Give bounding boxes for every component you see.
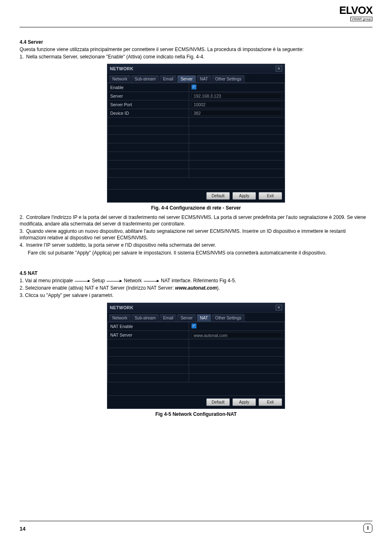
tab-other[interactable]: Other Settings: [212, 75, 245, 83]
row-nat-server: NAT Server www.autonat.com: [108, 331, 285, 339]
server-step-1: 1.Nella schermata Server, selezionare "E…: [20, 54, 372, 60]
tabs-bar: Network Sub-stream Email Server NAT Othe…: [107, 74, 285, 83]
server-step-4a: 4.Inserire l'IP server suddetto, la port…: [20, 242, 372, 248]
page-number: 14: [20, 526, 25, 532]
row-nat-enable: NAT Enable: [108, 322, 285, 331]
arrow-icon: [107, 280, 122, 282]
tab-email[interactable]: Email: [160, 314, 176, 321]
nat-enable-checkbox[interactable]: [192, 324, 196, 328]
tab-network[interactable]: Network: [109, 75, 131, 83]
enable-checkbox[interactable]: [192, 85, 196, 89]
nat-line-1: 1. Vai al menu principale Setup Network …: [20, 277, 372, 284]
server-field[interactable]: 192.168.3.123: [192, 93, 282, 99]
close-icon[interactable]: ✕: [276, 66, 282, 71]
nat-server-field[interactable]: www.autonat.com: [192, 332, 282, 338]
logo-text: ELVOX: [339, 5, 372, 16]
server-step-3: 3.Quando viene aggiunto un nuovo disposi…: [20, 228, 372, 241]
server-heading: 4.4 Server: [20, 39, 372, 45]
arrow-icon: [75, 280, 90, 282]
window-title: NETWORK: [110, 305, 134, 310]
exit-button[interactable]: Exit: [258, 398, 282, 406]
row-server: Server 192.168.3.123: [108, 91, 285, 100]
nat-settings-table: NAT Enable NAT Server www.autonat.com: [107, 322, 285, 382]
server-step-2: 2.Controllare l'indirizzo IP e la porta …: [20, 214, 372, 227]
network-nat-window: NETWORK ✕ Network Sub-stream Email Serve…: [107, 303, 285, 409]
server-intro: Questa funzione viene utilizzata princip…: [20, 46, 372, 53]
apply-button[interactable]: Apply: [232, 192, 256, 200]
footer-rule: [20, 521, 372, 521]
tab-server[interactable]: Server: [177, 75, 196, 83]
server-port-field[interactable]: 10002: [192, 101, 282, 107]
nat-heading: 4.5 NAT: [20, 270, 372, 277]
row-server-port: Server Port 10002: [108, 100, 285, 109]
apply-button[interactable]: Apply: [232, 398, 256, 406]
server-settings-table: Enable Server 192.168.3.123 Server Port …: [107, 83, 285, 178]
default-button[interactable]: Default: [206, 398, 230, 406]
exit-button[interactable]: Exit: [258, 192, 282, 200]
row-device-id: Device ID 382: [108, 109, 285, 117]
header-rule: [20, 27, 372, 27]
nat-line-3: 3. Clicca su "Apply" per salvare i param…: [20, 292, 372, 299]
page-lang-badge: I: [363, 524, 372, 533]
tab-other[interactable]: Other Settings: [212, 314, 245, 321]
network-server-window: NETWORK ✕ Network Sub-stream Email Serve…: [107, 64, 285, 203]
nat-line-2: 2. Selezionare enable (attiva) NAT e NAT…: [20, 285, 372, 291]
server-caption: Fig. 4-4 Configurazione di rete - Server: [20, 205, 372, 211]
tab-network[interactable]: Network: [109, 314, 131, 321]
tab-substream[interactable]: Sub-stream: [131, 314, 159, 321]
default-button[interactable]: Default: [206, 192, 230, 200]
arrow-icon: [144, 280, 159, 282]
tab-nat[interactable]: NAT: [197, 314, 211, 321]
server-step-4b: Fare clic sul pulsante "Apply" (Applica)…: [20, 250, 372, 256]
logo-subtext: VIMAR group: [350, 17, 372, 21]
brand-logo: ELVOX VIMAR group: [339, 5, 372, 21]
window-title: NETWORK: [110, 66, 134, 71]
tab-substream[interactable]: Sub-stream: [131, 75, 159, 83]
tabs-bar: Network Sub-stream Email Server NAT Othe…: [107, 312, 285, 322]
tab-nat[interactable]: NAT: [197, 75, 211, 83]
row-enable: Enable: [108, 83, 285, 91]
device-id-field[interactable]: 382: [192, 110, 282, 116]
close-icon[interactable]: ✕: [276, 305, 282, 310]
nat-caption: Fig 4-5 Network Configuration-NAT: [20, 411, 372, 417]
tab-server[interactable]: Server: [177, 314, 196, 321]
tab-email[interactable]: Email: [160, 75, 176, 83]
